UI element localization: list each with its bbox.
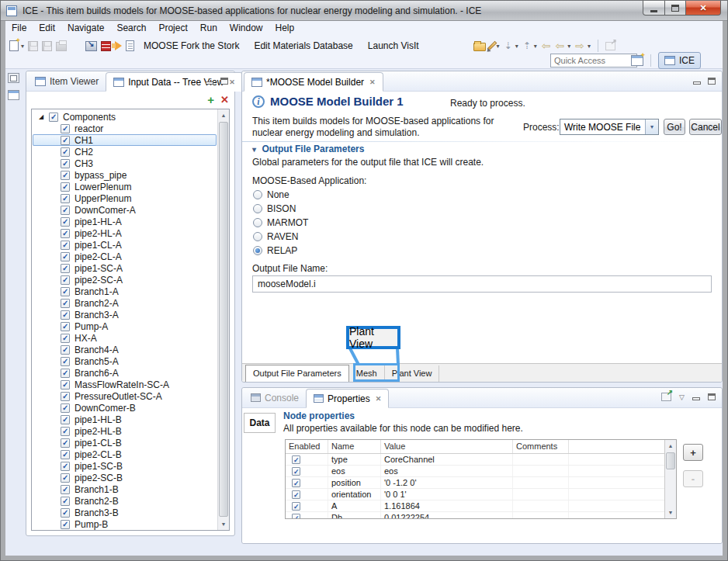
tree-item[interactable]: pipe1-CL-A (33, 239, 217, 251)
checkbox[interactable] (61, 403, 70, 413)
print-icon[interactable] (56, 42, 67, 51)
radio-button[interactable] (253, 190, 262, 199)
tree-item[interactable]: UpperPlenum (33, 192, 217, 204)
checkbox[interactable] (61, 392, 70, 401)
tree-item[interactable]: bypass_pipe (33, 169, 217, 181)
menu-file[interactable]: File (5, 21, 33, 36)
table-row[interactable]: orientation'0 0 1' (286, 489, 676, 500)
tab-item-viewer[interactable]: Item Viewer (28, 71, 106, 91)
tree-item[interactable]: PressureOutlet-SC-A (33, 390, 217, 402)
menu-project[interactable]: Project (152, 21, 193, 36)
editor-minimize-icon[interactable] (693, 81, 701, 85)
menu-help[interactable]: Help (269, 21, 301, 36)
tree-item[interactable]: reactor (33, 123, 217, 134)
checkbox[interactable] (61, 473, 70, 483)
checkbox[interactable] (61, 171, 70, 180)
previous-annotation-icon[interactable]: ⇡ (523, 40, 531, 51)
checkbox[interactable] (61, 229, 70, 238)
radio-option-raven[interactable]: RAVEN (253, 230, 308, 244)
fast-view-icon[interactable] (8, 90, 19, 100)
checkbox[interactable] (61, 264, 70, 273)
checkbox[interactable] (61, 310, 70, 320)
checkbox[interactable] (61, 206, 70, 215)
pencil-dropdown-icon[interactable]: ▾ (497, 43, 500, 50)
forward-icon[interactable]: ⇨ (575, 40, 584, 51)
editor-tab-close-icon[interactable]: ✕ (369, 78, 376, 86)
checkbox[interactable] (61, 462, 70, 471)
table-row[interactable]: eoseos (286, 466, 676, 477)
table-scrollbar[interactable]: ▲ ▼ (664, 440, 676, 518)
maximize-button[interactable] (665, 1, 686, 16)
tree-scrollbar[interactable]: ▲ ▼ (217, 109, 229, 530)
launch-visit-button[interactable]: Launch VisIt (368, 40, 419, 51)
next-annotation-icon[interactable]: ⇣ (504, 40, 512, 51)
checkbox[interactable] (61, 438, 70, 448)
tree-item[interactable]: Branch1-A (33, 286, 217, 297)
checkbox[interactable] (61, 299, 70, 308)
properties-minimize-icon[interactable] (692, 397, 700, 400)
table-row[interactable]: A1.161864 (286, 500, 676, 512)
checkbox[interactable] (61, 124, 70, 133)
tree-item[interactable]: pipe1-HL-A (33, 216, 217, 227)
tab-moose-model-builder[interactable]: *MOOSE Model Builder ✕ (244, 72, 383, 92)
tree-item[interactable]: Branch5-A (33, 355, 217, 367)
row-checkbox[interactable] (292, 455, 300, 464)
add-node-button[interactable]: + (207, 93, 214, 106)
table-scroll-down-icon[interactable]: ▼ (665, 507, 676, 518)
edit-materials-button[interactable]: Edit Materials Database (254, 40, 352, 51)
tree-item[interactable]: Branch6-A (33, 367, 217, 379)
data-side-tab[interactable]: Data (244, 413, 276, 433)
tree-item[interactable]: pipe2-SC-A (33, 274, 217, 286)
next-annotation-dropdown-icon[interactable]: ▾ (515, 43, 518, 50)
checkbox[interactable] (61, 450, 70, 459)
previous-annotation-dropdown-icon[interactable]: ▾ (534, 43, 537, 50)
mark-occurrences-icon[interactable] (487, 41, 497, 51)
output-file-input[interactable] (252, 275, 712, 293)
menu-window[interactable]: Window (224, 21, 269, 36)
grid-editor-icon[interactable] (101, 41, 111, 51)
combo-dropdown-icon[interactable]: ▾ (645, 119, 658, 134)
view-menu-icon[interactable]: ▽ (679, 393, 685, 401)
new-wizard-icon[interactable] (9, 40, 19, 51)
radio-option-bison[interactable]: BISON (253, 202, 308, 216)
page-tab-output-file-parameters[interactable]: Output File Parameters (245, 365, 349, 382)
checkbox[interactable] (61, 217, 70, 227)
delete-node-button[interactable]: ✕ (220, 94, 229, 106)
checkbox[interactable] (61, 345, 70, 355)
tab-console[interactable]: Console (244, 388, 306, 407)
checkbox[interactable] (61, 194, 70, 203)
pin-editor-icon[interactable] (605, 42, 615, 50)
radio-option-marmot[interactable]: MARMOT (253, 216, 308, 230)
menu-search[interactable]: Search (110, 21, 152, 36)
add-property-button[interactable]: + (683, 444, 703, 461)
table-row[interactable]: position'0 -1.2 0' (286, 477, 676, 489)
checkbox[interactable] (61, 508, 70, 518)
radio-option-relap[interactable]: RELAP (253, 244, 308, 258)
checkbox[interactable] (61, 241, 70, 250)
checkbox[interactable] (61, 497, 70, 506)
go-button[interactable]: Go! (664, 119, 685, 135)
forward-dropdown-icon[interactable]: ▾ (588, 43, 591, 50)
radio-option-none[interactable]: None (253, 188, 308, 202)
tab-properties[interactable]: Properties ✕ (306, 389, 389, 408)
checkbox[interactable] (61, 427, 70, 436)
save-icon[interactable] (28, 41, 38, 51)
table-scroll-up-icon[interactable]: ▲ (665, 440, 676, 452)
tree-item[interactable]: CH3 (33, 158, 217, 169)
checkbox[interactable] (61, 369, 70, 378)
tree-item[interactable]: pipe2-HL-B (33, 425, 217, 437)
detach-view-icon[interactable] (661, 393, 671, 401)
checkbox[interactable] (61, 147, 70, 157)
section-header[interactable]: ▾ Output File Parameters (252, 144, 364, 154)
checkbox[interactable] (61, 485, 70, 494)
checkbox[interactable] (61, 380, 70, 390)
table-row[interactable]: Dh0.01222254 (286, 512, 676, 519)
open-folder-icon[interactable] (473, 43, 486, 51)
tree-item[interactable]: pipe1-SC-A (33, 262, 217, 274)
section-twistie-icon[interactable]: ▾ (252, 145, 256, 154)
tree-item[interactable]: pipe2-HL-A (33, 227, 217, 239)
tree-item[interactable]: Branch3-B (33, 507, 217, 518)
editor-maximize-icon[interactable] (708, 78, 716, 85)
tree-item[interactable]: pipe1-HL-B (33, 414, 217, 425)
restore-trim-icon[interactable] (8, 73, 19, 83)
